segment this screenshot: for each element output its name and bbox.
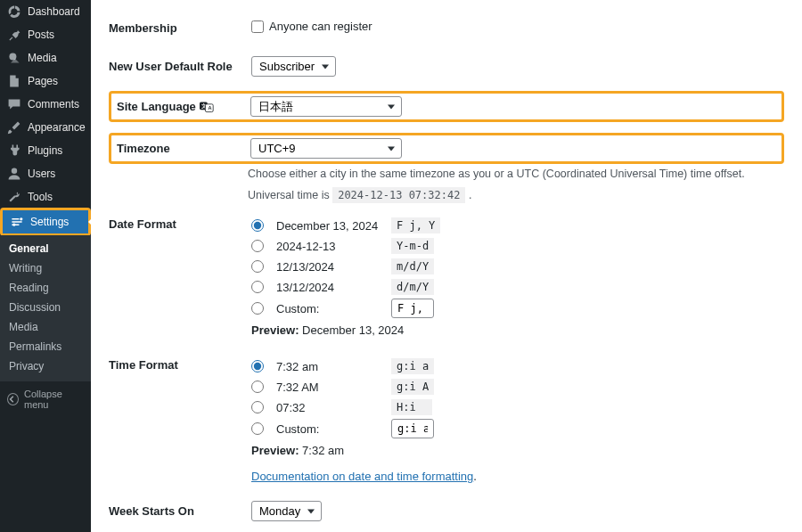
sidebar-item-media[interactable]: Media: [0, 46, 91, 70]
time-radio-2[interactable]: [251, 401, 264, 413]
timeformat-label: Time Format: [109, 346, 242, 492]
date-custom-label: Custom:: [276, 302, 379, 315]
sidebar-item-pages[interactable]: Pages: [0, 70, 91, 93]
time-preview-label: Preview:: [251, 444, 299, 457]
media-icon: [7, 51, 21, 65]
membership-check-text: Anyone can register: [269, 20, 372, 33]
time-code-2: H:i: [391, 399, 432, 415]
universal-time-prefix: Universal time is: [248, 189, 330, 201]
sidebar-label: Plugins: [28, 144, 62, 157]
settings-content: Membership Anyone can register New User …: [91, 0, 802, 532]
collapse-label: Collapse menu: [24, 389, 84, 410]
time-radio-1[interactable]: [251, 381, 264, 393]
time-display-2: 07:32: [276, 401, 379, 414]
timezone-label: Timezone: [117, 142, 250, 155]
sidebar-item-plugins[interactable]: Plugins: [0, 139, 91, 162]
sidebar-label: Media: [28, 52, 57, 64]
date-custom-input[interactable]: [391, 299, 434, 318]
timezone-description: Choose either a city in the same timezon…: [248, 168, 784, 180]
date-code-0: F j, Y: [391, 217, 440, 233]
date-radio-2[interactable]: [251, 260, 264, 273]
membership-label: Membership: [109, 9, 242, 47]
sidebar-item-tools[interactable]: Tools: [0, 185, 91, 209]
date-code-1: Y-m-d: [391, 238, 434, 254]
svg-text:A: A: [208, 105, 211, 110]
time-code-1: g:i A: [391, 379, 434, 395]
highlight-settings: Settings: [0, 208, 91, 236]
plug-icon: [7, 143, 21, 158]
time-custom-label: Custom:: [276, 422, 379, 436]
universal-time-value: 2024-12-13 07:32:42: [332, 187, 465, 203]
sidebar-label: Users: [28, 168, 55, 180]
sidebar-label: Comments: [28, 98, 79, 110]
sidebar-label: Appearance: [28, 121, 86, 134]
comment-icon: [7, 97, 21, 111]
date-code-3: d/m/Y: [391, 279, 434, 295]
submenu-reading[interactable]: Reading: [0, 278, 91, 298]
date-radio-custom[interactable]: [251, 302, 264, 315]
time-display-1: 7:32 AM: [276, 381, 379, 394]
svg-point-1: [12, 168, 17, 174]
sidebar-item-settings[interactable]: Settings: [3, 210, 88, 233]
date-display-2: 12/13/2024: [276, 260, 379, 274]
date-preview-value: December 13, 2024: [302, 323, 404, 337]
sidebar-item-dashboard[interactable]: Dashboard: [0, 0, 91, 23]
time-radio-custom[interactable]: [251, 422, 264, 435]
sidebar-item-comments[interactable]: Comments: [0, 93, 91, 116]
week-label: Week Starts On: [109, 492, 242, 530]
date-radio-3[interactable]: [251, 281, 264, 293]
dateformat-label: Date Format: [109, 205, 242, 346]
submenu-media[interactable]: Media: [0, 317, 91, 337]
pin-icon: [7, 28, 21, 42]
sidebar-label: Pages: [28, 75, 58, 87]
submenu-writing[interactable]: Writing: [0, 258, 91, 278]
sidebar-item-users[interactable]: Users: [0, 162, 91, 185]
sidebar-item-appearance[interactable]: Appearance: [0, 116, 91, 139]
highlight-timezone: Timezone UTC+9: [109, 133, 784, 164]
submenu-privacy[interactable]: Privacy: [0, 356, 91, 376]
brush-icon: [7, 120, 21, 135]
date-radio-0[interactable]: [251, 219, 264, 232]
highlight-site-language: Site Language 文A 日本語: [109, 91, 784, 122]
collapse-icon: [7, 393, 19, 405]
pages-icon: [7, 74, 21, 88]
timezone-select[interactable]: UTC+9: [250, 138, 402, 159]
sidebar-label: Tools: [28, 191, 53, 203]
svg-point-2: [20, 217, 22, 220]
date-display-3: 13/12/2024: [276, 281, 379, 294]
time-code-0: g:i a: [391, 358, 434, 374]
newuser-select[interactable]: Subscriber: [251, 56, 336, 77]
date-radio-1[interactable]: [251, 240, 264, 252]
membership-checkbox-label[interactable]: Anyone can register: [251, 20, 372, 33]
sitelang-select[interactable]: 日本語: [250, 96, 402, 117]
date-display-0: December 13, 2024: [276, 219, 379, 233]
doc-link[interactable]: Documentation on date and time formattin…: [251, 470, 473, 483]
week-select[interactable]: Monday: [251, 501, 322, 521]
dashboard-icon: [7, 4, 21, 19]
newuser-label: New User Default Role: [109, 47, 242, 86]
membership-checkbox[interactable]: [251, 20, 264, 33]
submenu-general[interactable]: General: [0, 239, 91, 258]
user-icon: [7, 167, 21, 181]
svg-point-3: [12, 224, 15, 226]
sidebar-label: Dashboard: [28, 5, 80, 18]
time-custom-input[interactable]: [391, 419, 434, 438]
date-code-2: m/d/Y: [391, 258, 434, 274]
sitelang-label: Site Language: [117, 100, 196, 113]
date-display-1: 2024-12-13: [276, 240, 379, 253]
collapse-menu[interactable]: Collapse menu: [0, 381, 91, 417]
admin-sidebar: Dashboard Posts Media Pages Comments App…: [0, 0, 91, 532]
sidebar-item-posts[interactable]: Posts: [0, 23, 91, 46]
settings-icon: [10, 215, 24, 229]
submenu-permalinks[interactable]: Permalinks: [0, 337, 91, 356]
settings-submenu: General Writing Reading Discussion Media…: [0, 235, 91, 381]
submenu-discussion[interactable]: Discussion: [0, 298, 91, 317]
sidebar-label: Settings: [30, 216, 69, 228]
date-preview-label: Preview:: [251, 323, 299, 337]
time-display-0: 7:32 am: [276, 360, 379, 373]
time-preview-value: 7:32 am: [302, 444, 344, 457]
wrench-icon: [7, 190, 21, 204]
time-radio-0[interactable]: [251, 360, 264, 372]
sidebar-label: Posts: [28, 29, 54, 41]
translate-icon: 文A: [200, 101, 214, 113]
